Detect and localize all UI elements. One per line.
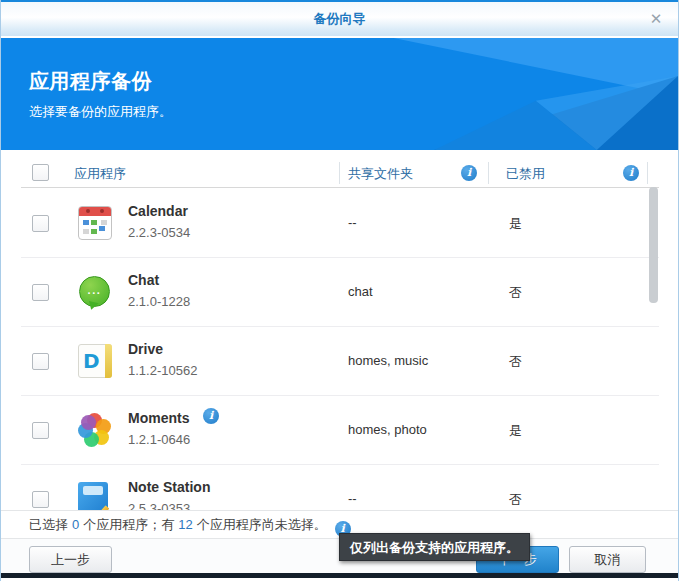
app-name: Chat: [128, 272, 190, 288]
backup-wizard-dialog: 备份向导 ✕ 应用程序备份 选择要备份的应用程序。 应用程序 共享文件夹 i 已…: [0, 0, 679, 581]
app-name: Drive: [128, 341, 197, 357]
table-row[interactable]: Calendar 2.2.3-0534 -- 是: [21, 189, 659, 258]
selected-count: 0: [72, 517, 79, 532]
status-text: 个应用程序；有: [83, 517, 174, 532]
app-name: Note Station: [128, 479, 210, 495]
app-version: 2.5.3-0353: [128, 501, 210, 510]
moments-info-icon[interactable]: i: [203, 408, 219, 424]
window-bottom-edge: [1, 573, 678, 578]
disabled-value: 是: [509, 422, 522, 440]
row-checkbox[interactable]: [32, 284, 49, 301]
previous-button[interactable]: 上一步: [29, 546, 112, 573]
status-text: 个应用程序尚未选择。: [197, 517, 327, 532]
table-row[interactable]: Moments 1.2.1-0646 i homes, photo 是: [21, 396, 659, 465]
table-row[interactable]: ··· Chat 2.1.0-1228 chat 否: [21, 258, 659, 327]
wizard-banner: 应用程序备份 选择要备份的应用程序。: [1, 38, 678, 150]
app-name: Moments: [128, 410, 190, 426]
app-name: Calendar: [128, 203, 190, 219]
moments-app-icon: [78, 413, 112, 447]
table-row[interactable]: Note Station 2.5.3-0353 -- 否: [21, 465, 659, 510]
column-divider: [488, 162, 489, 184]
app-version: 2.1.0-1228: [128, 294, 190, 309]
shared-folder-value: homes, music: [348, 353, 428, 368]
column-header-shared-folder[interactable]: 共享文件夹: [348, 165, 413, 183]
app-list: Calendar 2.2.3-0534 -- 是 ··· Chat 2.1.0-…: [21, 189, 659, 510]
row-checkbox[interactable]: [32, 215, 49, 232]
dialog-title: 备份向导: [314, 10, 366, 28]
disabled-value: 否: [509, 284, 522, 302]
column-header-app[interactable]: 应用程序: [74, 165, 126, 183]
shared-folder-value: chat: [348, 284, 373, 299]
page-title: 应用程序备份: [29, 68, 172, 95]
chat-app-icon: ···: [78, 275, 112, 309]
drive-app-icon: D: [78, 344, 112, 378]
column-divider: [647, 162, 648, 184]
app-version: 2.2.3-0534: [128, 225, 190, 240]
column-header-disabled[interactable]: 已禁用: [506, 165, 545, 183]
row-checkbox[interactable]: [32, 353, 49, 370]
table-row[interactable]: D Drive 1.1.2-10562 homes, music 否: [21, 327, 659, 396]
page-subtitle: 选择要备份的应用程序。: [29, 103, 172, 121]
tooltip: 仅列出备份支持的应用程序。: [339, 533, 530, 561]
disabled-value: 否: [509, 353, 522, 371]
app-version: 1.2.1-0646: [128, 432, 190, 447]
title-bar: 备份向导 ✕: [1, 0, 678, 36]
cancel-button[interactable]: 取消: [569, 546, 646, 573]
row-checkbox[interactable]: [32, 491, 49, 508]
disabled-value: 是: [509, 215, 522, 233]
shared-folder-info-icon[interactable]: i: [461, 165, 477, 181]
shared-folder-value: --: [348, 491, 357, 506]
status-text: 已选择: [29, 517, 68, 532]
column-divider: [339, 162, 340, 184]
calendar-app-icon: [78, 206, 112, 240]
shared-folder-value: --: [348, 215, 357, 230]
shared-folder-value: homes, photo: [348, 422, 427, 437]
row-checkbox[interactable]: [32, 422, 49, 439]
table-header: 应用程序 共享文件夹 i 已禁用 i: [21, 158, 659, 188]
note-station-app-icon: [78, 482, 108, 510]
scrollbar-thumb[interactable]: [649, 187, 658, 303]
disabled-value: 否: [509, 491, 522, 509]
unselected-count: 12: [178, 517, 192, 532]
close-icon[interactable]: ✕: [647, 10, 665, 28]
disabled-info-icon[interactable]: i: [623, 165, 639, 181]
select-all-checkbox[interactable]: [32, 164, 49, 181]
app-version: 1.1.2-10562: [128, 363, 197, 378]
